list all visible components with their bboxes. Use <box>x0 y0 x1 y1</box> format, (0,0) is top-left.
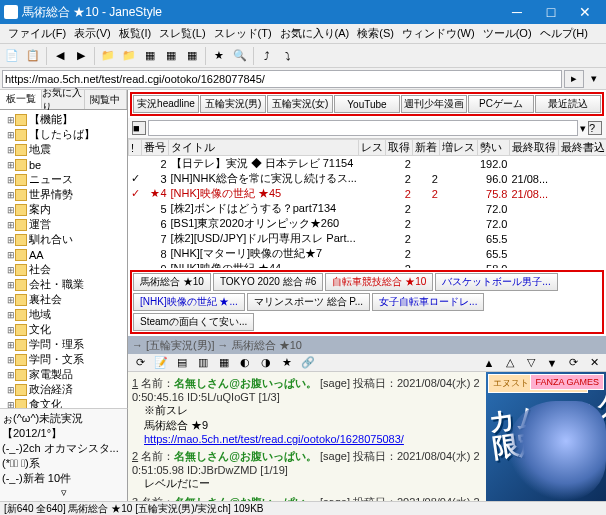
tool-icon[interactable]: ▤ <box>172 353 192 373</box>
tool-icon[interactable]: ▦ <box>214 353 234 373</box>
column-header[interactable]: 勢い <box>478 140 510 156</box>
thread-row[interactable]: 9[NHK]映像の世紀 ★44258.021/08... <box>129 261 607 268</box>
thread-tab[interactable]: 自転車競技総合 ★10 <box>325 273 433 291</box>
column-header[interactable]: 番号 <box>142 140 169 156</box>
menu-item[interactable]: 検索(S) <box>353 26 398 41</box>
menu-item[interactable]: お気に入り(A) <box>276 26 354 41</box>
post-link[interactable]: https://mao.5ch.net/test/read.cgi/ootoko… <box>144 433 404 445</box>
menu-item[interactable]: 板覧(I) <box>115 26 155 41</box>
column-header[interactable]: ! <box>129 140 142 156</box>
tree-item[interactable]: ⊞ニュース <box>2 172 125 187</box>
menu-item[interactable]: ヘルプ(H) <box>536 26 592 41</box>
thread-tab[interactable]: TOKYO 2020 総合 #6 <box>213 273 324 291</box>
menu-item[interactable]: ツール(O) <box>479 26 536 41</box>
column-header[interactable]: 新着 <box>413 140 440 156</box>
tool-icon[interactable]: ◀ <box>50 46 70 66</box>
tree-item[interactable]: ⊞裏社会 <box>2 292 125 307</box>
column-header[interactable]: タイトル <box>169 140 359 156</box>
category-button[interactable]: 五輪実況(女) <box>267 95 333 113</box>
menu-item[interactable]: 表示(V) <box>70 26 115 41</box>
dropdown-icon[interactable]: ▾ <box>584 69 604 89</box>
tree-item[interactable]: ⊞学問・理系 <box>2 337 125 352</box>
thread-tab[interactable]: バスケットボール男子... <box>435 273 557 291</box>
left-tab[interactable]: 閲覧中 <box>85 90 127 109</box>
column-header[interactable]: 取得 <box>386 140 413 156</box>
tool-icon[interactable]: 📁 <box>98 46 118 66</box>
tool-icon[interactable]: △ <box>500 353 520 373</box>
menu-item[interactable]: ファイル(F) <box>4 26 70 41</box>
tool-icon[interactable]: 📝 <box>151 353 171 373</box>
tool-icon[interactable]: ✕ <box>584 353 604 373</box>
tool-icon[interactable]: ⟳ <box>130 353 150 373</box>
tool-icon[interactable]: ▶ <box>71 46 91 66</box>
thread-tab[interactable]: Steamの面白くて安い... <box>133 313 254 331</box>
thread-tab[interactable]: [NHK]映像の世紀 ★... <box>133 293 245 311</box>
tool-icon[interactable]: ▼ <box>542 353 562 373</box>
category-button[interactable]: 五輪実況(男) <box>200 95 266 113</box>
tool-icon[interactable]: ★ <box>277 353 297 373</box>
tool-icon[interactable]: 📋 <box>23 46 43 66</box>
tree-item[interactable]: ⊞馴れ合い <box>2 232 125 247</box>
tool-icon[interactable]: ★ <box>209 46 229 66</box>
menu-item[interactable]: スレッド(T) <box>210 26 276 41</box>
tool-icon[interactable]: 🔍 <box>230 46 250 66</box>
tool-icon[interactable]: ▲ <box>479 353 499 373</box>
url-input[interactable] <box>2 70 562 88</box>
tool-icon[interactable]: ⟳ <box>563 353 583 373</box>
tree-item[interactable]: ⊞会社・職業 <box>2 277 125 292</box>
tool-icon[interactable]: ▥ <box>193 353 213 373</box>
thread-row[interactable]: 8[NHK][マターリ]映像の世紀★7265.521/08... <box>129 246 607 261</box>
tool-icon[interactable]: 🔗 <box>298 353 318 373</box>
column-header[interactable]: 増レス <box>440 140 478 156</box>
column-header[interactable]: 最終取得 <box>509 140 558 156</box>
column-header[interactable]: レス <box>359 140 386 156</box>
thread-row[interactable]: 2【日テレ】実況 ◆ 日本テレビ 711542192.021/08... <box>129 156 607 172</box>
minimize-button[interactable]: ─ <box>500 0 534 24</box>
tree-item[interactable]: ⊞be <box>2 157 125 172</box>
tree-item[interactable]: ⊞AA <box>2 247 125 262</box>
post-area[interactable]: 1 名前：名無しさん@お腹いっぱい。 [sage] 投稿日：2021/08/04… <box>128 372 486 501</box>
tool-icon[interactable]: ▦ <box>161 46 181 66</box>
tool-icon[interactable]: 📄 <box>2 46 22 66</box>
tool-icon[interactable]: ◐ <box>235 353 255 373</box>
tree-item[interactable]: ⊞世界情勢 <box>2 187 125 202</box>
tool-icon[interactable]: ⤵ <box>278 46 298 66</box>
tree-item[interactable]: ⊞政治経済 <box>2 382 125 397</box>
tree-item[interactable]: ⊞社会 <box>2 262 125 277</box>
category-button[interactable]: YouTube <box>334 95 400 113</box>
thread-row[interactable]: 7[株2][USD/JPY]ドル円専用スレ Part...265.521/08.… <box>129 231 607 246</box>
filter-dropdown-icon[interactable]: ▾ <box>580 122 586 135</box>
tree-item[interactable]: ⊞地震 <box>2 142 125 157</box>
filter-toggle[interactable]: ■ <box>132 121 146 135</box>
thread-tab[interactable]: マリンスポーツ 総合 P... <box>247 293 370 311</box>
ad-sidebar[interactable]: エヌストレイガールズ FANZA GAMES カムバック 限定 <box>486 372 606 501</box>
tree-item[interactable]: ⊞家電製品 <box>2 367 125 382</box>
menu-item[interactable]: ウィンドウ(W) <box>398 26 479 41</box>
category-button[interactable]: 最近読込 <box>535 95 601 113</box>
filter-help[interactable]: ? <box>588 121 602 135</box>
category-button[interactable]: 実況headline <box>133 95 199 113</box>
thread-row[interactable]: 5[株2]ボンドはどうする？part7134272.021/08... <box>129 201 607 216</box>
left-tab[interactable]: お気に入り <box>42 90 84 109</box>
tree-item[interactable]: ⊞【したらば】 <box>2 127 125 142</box>
left-tab[interactable]: 板一覧 <box>0 90 42 109</box>
tree-item[interactable]: ⊞地域 <box>2 307 125 322</box>
menu-item[interactable]: スレ覧(L) <box>155 26 209 41</box>
tool-icon[interactable]: ▦ <box>140 46 160 66</box>
category-button[interactable]: PCゲーム <box>468 95 534 113</box>
tree-item[interactable]: ⊞案内 <box>2 202 125 217</box>
tree-item[interactable]: ⊞運営 <box>2 217 125 232</box>
thread-list[interactable]: !番号タイトルレス取得新着増レス勢い最終取得最終書込since2【日テレ】実況 … <box>128 138 606 268</box>
maximize-button[interactable]: □ <box>534 0 568 24</box>
category-button[interactable]: 週刊少年漫画 <box>401 95 467 113</box>
go-button[interactable]: ▸ <box>564 70 584 88</box>
thread-tab[interactable]: 馬術総合 ★10 <box>133 273 211 291</box>
thread-row[interactable]: ✓3[NH]NHK総合を常に実況し続けるス...2296.021/08...21… <box>129 171 607 186</box>
tool-icon[interactable]: ⤴ <box>257 46 277 66</box>
thread-row[interactable]: ✓★4[NHK]映像の世紀 ★452275.821/08...21/08... <box>129 186 607 201</box>
filter-combo[interactable] <box>148 120 578 136</box>
tool-icon[interactable]: 📁 <box>119 46 139 66</box>
tool-icon[interactable]: ▽ <box>521 353 541 373</box>
tree-item[interactable]: ⊞文化 <box>2 322 125 337</box>
column-header[interactable]: 最終書込 <box>558 140 606 156</box>
